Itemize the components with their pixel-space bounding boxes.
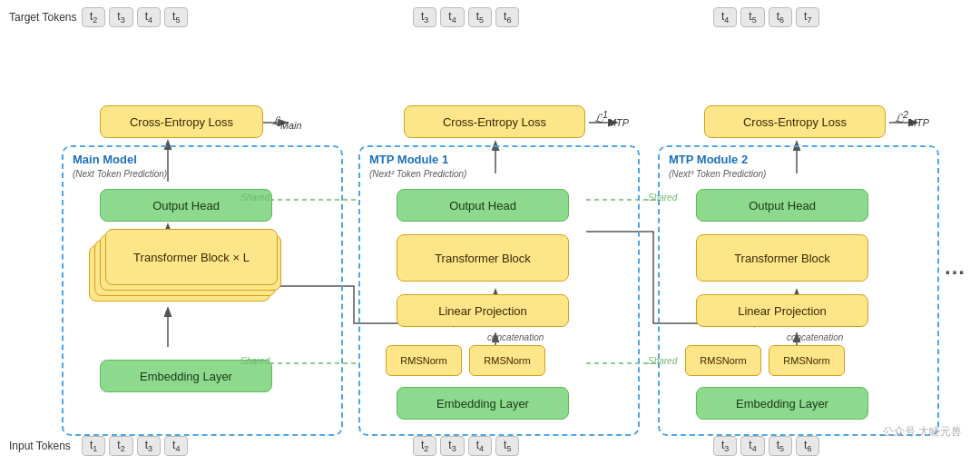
mtp2-module-subtitle: (Next³ Token Prediction) — [669, 169, 766, 179]
main-target-tokens: t2 t3 t4 t5 — [82, 7, 188, 27]
token-t5b: t5 — [468, 7, 492, 27]
mtp1-module-title: MTP Module 1 — [369, 153, 448, 166]
mtp1-output-head: Output Head — [397, 189, 569, 222]
target-tokens-label: Target Tokens — [9, 11, 77, 24]
mtp2-linear: Linear Projection — [696, 294, 868, 327]
mtp2-module: MTP Module 2 (Next³ Token Prediction) Ou… — [658, 145, 939, 436]
mtp2-target-tokens: t4 t5 t6 t7 — [713, 7, 819, 27]
mtp1-rmsnorm2: RMSNorm — [469, 345, 545, 376]
mtp2-loss-box: Cross-Entropy Loss — [704, 105, 886, 138]
input-t3: t3 — [137, 436, 161, 456]
main-module-title: Main Model — [73, 153, 137, 166]
mtp1-target-tokens: t3 t4 t5 t6 — [413, 7, 519, 27]
main-loss-label: ℒMain — [272, 114, 301, 131]
mtp1-loss-label: ℒ1MTP — [594, 109, 629, 128]
mtp1-rmsnorm1: RMSNorm — [386, 345, 462, 376]
shared-embedding-label-1: Shared — [240, 356, 270, 366]
mtp1-transformer: Transformer Block — [397, 234, 569, 282]
input-t3b: t3 — [440, 436, 464, 456]
input-t1: t1 — [82, 436, 105, 456]
main-module: Main Model (Next Token Prediction) Outpu… — [62, 145, 343, 436]
mtp2-transformer: Transformer Block — [696, 234, 868, 282]
token-t5c: t5 — [740, 7, 764, 27]
token-t2: t2 — [82, 7, 105, 27]
input-t2b: t2 — [413, 436, 436, 456]
input-t3c: t3 — [713, 436, 737, 456]
mtp1-input-tokens: t2 t3 t4 t5 — [413, 436, 519, 456]
token-t6c: t6 — [769, 7, 792, 27]
mtp2-embedding: Embedding Layer — [696, 387, 868, 420]
token-t7c: t7 — [796, 7, 819, 27]
main-module-subtitle: (Next Token Prediction) — [73, 169, 167, 179]
token-t4: t4 — [137, 7, 161, 27]
mtp1-module: MTP Module 1 (Next² Token Prediction) Ou… — [358, 145, 640, 436]
mtp2-rmsnorm1: RMSNorm — [685, 345, 761, 376]
token-t3b: t3 — [413, 7, 436, 27]
input-t4: t4 — [164, 436, 188, 456]
input-t6c: t6 — [796, 436, 819, 456]
mtp2-loss-label: ℒ2MTP — [895, 109, 929, 128]
token-t4b: t4 — [440, 7, 464, 27]
mtp1-rmsnorm-pair: RMSNorm RMSNorm — [386, 345, 545, 376]
mtp2-input-tokens: t3 t4 t5 t6 — [713, 436, 819, 456]
input-t5b: t5 — [495, 436, 519, 456]
main-input-tokens: t1 t2 t3 t4 — [82, 436, 188, 456]
input-t2: t2 — [109, 436, 132, 456]
input-tokens-label: Input Tokens — [9, 440, 71, 452]
mtp1-embedding: Embedding Layer — [397, 387, 569, 420]
token-t4c: t4 — [713, 7, 737, 27]
main-loss-box: Cross-Entropy Loss — [100, 105, 263, 138]
mtp1-loss-box: Cross-Entropy Loss — [404, 105, 585, 138]
ellipsis: … — [944, 254, 965, 280]
mtp2-output-head: Output Head — [696, 189, 868, 222]
shared-output-label-1: Shared — [240, 193, 270, 203]
watermark: 公众号 大睦元兽 — [883, 424, 962, 440]
token-t5: t5 — [164, 7, 188, 27]
mtp1-module-subtitle: (Next² Token Prediction) — [369, 169, 466, 179]
mtp2-rmsnorm-pair: RMSNorm RMSNorm — [685, 345, 845, 376]
mtp1-linear: Linear Projection — [397, 294, 569, 327]
input-t5c: t5 — [769, 436, 792, 456]
mtp1-concat-label: concatenation — [487, 332, 544, 342]
mtp2-rmsnorm2: RMSNorm — [769, 345, 845, 376]
input-t4b: t4 — [468, 436, 492, 456]
diagram: Target Tokens t2 t3 t4 t5 t3 t4 t5 t6 t4… — [0, 0, 980, 465]
mtp2-concat-label: concatenation — [787, 332, 843, 342]
input-t4c: t4 — [740, 436, 764, 456]
token-t6b: t6 — [495, 7, 519, 27]
main-transformer: Transformer Block × L — [105, 229, 278, 285]
token-t3: t3 — [109, 7, 132, 27]
mtp2-module-title: MTP Module 2 — [669, 153, 748, 166]
